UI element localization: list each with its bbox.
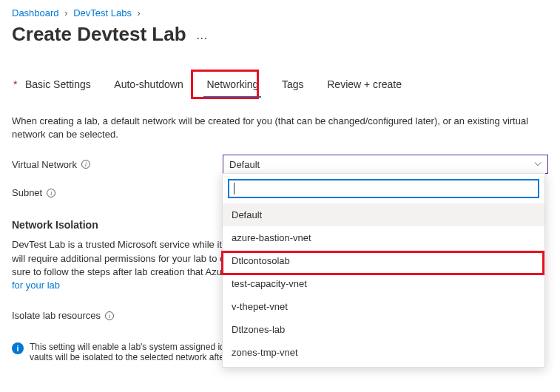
isolate-label-text: Isolate lab resources: [12, 310, 101, 321]
dropdown-option-test-capacity-vnet[interactable]: test-capacity-vnet: [223, 272, 544, 295]
dropdown-option-zones-tmp-vnet[interactable]: zones-tmp-vnet: [223, 341, 544, 364]
dropdown-options-list: Default azure-bastion-vnet Dtlcontosolab…: [223, 203, 544, 367]
dropdown-option-dtlzones-lab[interactable]: Dtlzones-lab: [223, 318, 544, 341]
tab-basic-settings[interactable]: Basic Settings: [12, 72, 101, 98]
breadcrumb: Dashboard › DevTest Labs ›: [12, 7, 548, 18]
more-actions-button[interactable]: ···: [196, 30, 207, 45]
page-header: Create Devtest Lab ···: [12, 23, 548, 46]
vnet-select-value: Default: [229, 159, 260, 170]
vnet-dropdown-panel: Default azure-bastion-vnet Dtlcontosolab…: [222, 173, 545, 368]
isolate-label: Isolate lab resources i: [12, 310, 223, 321]
subnet-label-text: Subnet: [12, 187, 42, 198]
page-title: Create Devtest Lab: [12, 23, 186, 46]
dropdown-option-default[interactable]: Default: [223, 203, 544, 226]
vnet-label: Virtual Network i: [12, 159, 223, 170]
tab-description: When creating a lab, a default network w…: [12, 115, 544, 141]
breadcrumb-item-dashboard[interactable]: Dashboard: [12, 7, 59, 18]
field-virtual-network: Virtual Network i Default: [12, 155, 548, 174]
dropdown-search-input[interactable]: [228, 179, 539, 198]
dropdown-option-v-thepet-vnet[interactable]: v-thepet-vnet: [223, 295, 544, 318]
vnet-select[interactable]: Default: [223, 155, 548, 174]
subnet-label: Subnet i: [12, 187, 223, 198]
tab-networking[interactable]: Networking: [196, 72, 269, 98]
info-icon-filled: i: [12, 342, 24, 354]
info-icon[interactable]: i: [81, 160, 90, 169]
tabs: Basic Settings Auto-shutdown Networking …: [12, 72, 548, 98]
vnet-label-text: Virtual Network: [12, 159, 77, 170]
tab-tags[interactable]: Tags: [271, 72, 314, 98]
chevron-down-icon: [534, 160, 542, 168]
tab-review-create[interactable]: Review + create: [317, 72, 412, 98]
text-cursor: [234, 183, 235, 195]
info-icon[interactable]: i: [105, 311, 114, 320]
dropdown-option-dtlcontosolab[interactable]: Dtlcontosolab: [223, 249, 544, 272]
breadcrumb-separator: ›: [138, 7, 141, 18]
breadcrumb-separator: ›: [64, 7, 67, 18]
info-icon[interactable]: i: [47, 189, 55, 197]
tab-auto-shutdown[interactable]: Auto-shutdown: [104, 72, 193, 98]
dropdown-option-azure-bastion-vnet[interactable]: azure-bastion-vnet: [223, 226, 544, 249]
breadcrumb-item-devtestlabs[interactable]: DevTest Labs: [73, 7, 132, 18]
